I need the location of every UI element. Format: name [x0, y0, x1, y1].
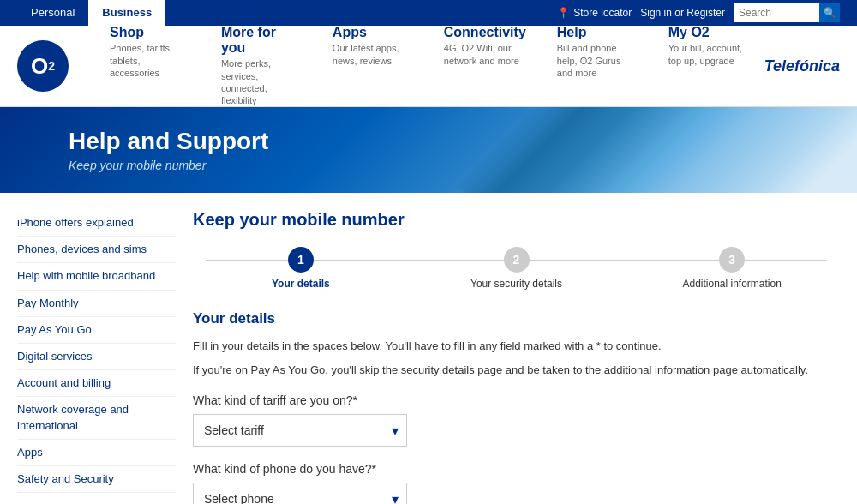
nav-item-apps[interactable]: Apps Our latest apps, news, reviews [317, 18, 428, 113]
step-1-circle: 1 [288, 247, 314, 273]
content-area: iPhone offers explained Phones, devices … [0, 193, 857, 504]
hero-banner: Help and Support Keep your mobile number [0, 107, 857, 193]
sidebar-item-iphone[interactable]: iPhone offers explained [17, 210, 176, 237]
nav-items: Shop Phones, tariffs, tablets, accessori… [94, 18, 764, 113]
nav-item-my-o2[interactable]: My O2 Your bill, account, top up, upgrad… [653, 18, 764, 113]
phone-question: What kind of phone do you have?* [193, 462, 840, 476]
sidebar-item-digital[interactable]: Digital services [17, 344, 176, 370]
sidebar-item-safety[interactable]: Safety and Security [17, 466, 176, 493]
sidebar-item-account-billing[interactable]: Account and billing [17, 370, 176, 397]
sign-in-area: Sign in or Register [640, 7, 725, 19]
tab-personal[interactable]: Personal [17, 0, 88, 26]
step-2-circle: 2 [504, 247, 530, 273]
steps-progress: 1 Your details 2 Your security details 3… [193, 247, 840, 290]
logo[interactable]: O2 [17, 40, 69, 92]
step-2: 2 Your security details [409, 247, 625, 290]
hero-text: Help and Support Keep your mobile number [69, 128, 268, 172]
phone-select[interactable]: Select phone iPhone Android Other [193, 483, 407, 504]
section-title: Your details [193, 310, 840, 327]
step-1-label: Your details [272, 278, 330, 290]
tariff-select[interactable]: Select tariff Pay Monthly Pay As You Go [193, 414, 407, 447]
logo-image: O2 [17, 40, 69, 92]
search-icon: 🔍 [824, 7, 836, 19]
sign-in-link[interactable]: Sign in [640, 7, 672, 19]
store-locator-icon: 📍 [557, 7, 570, 19]
sidebar-item-broadband[interactable]: Help with mobile broadband [17, 263, 176, 290]
step-3-label: Additional information [682, 278, 781, 290]
search-button[interactable]: 🔍 [819, 3, 840, 22]
hero-image [428, 107, 857, 193]
step-2-label: Your security details [470, 278, 562, 290]
step-3-circle: 3 [719, 247, 745, 273]
step-1: 1 Your details [193, 247, 409, 290]
nav-item-help[interactable]: Help Bill and phone help, O2 Gurus and m… [542, 18, 653, 113]
hero-subtitle: Keep your mobile number [69, 159, 268, 172]
page-title: Keep your mobile number [193, 210, 840, 230]
nav-item-more-for-you[interactable]: More for you More perks, services, conne… [206, 18, 317, 113]
tariff-question: What kind of tariff are you on?* [193, 393, 840, 407]
step-3: 3 Additional information [624, 247, 840, 290]
register-link[interactable]: Register [686, 7, 725, 19]
phone-select-wrapper: Select phone iPhone Android Other ▾ [193, 483, 407, 504]
sidebar-item-network[interactable]: Network coverage and international [17, 397, 176, 439]
tariff-select-wrapper: Select tariff Pay Monthly Pay As You Go … [193, 414, 407, 447]
store-locator-link[interactable]: 📍 Store locator [557, 7, 632, 19]
nav-item-shop[interactable]: Shop Phones, tariffs, tablets, accessori… [94, 18, 206, 113]
sidebar-item-phones[interactable]: Phones, devices and sims [17, 237, 176, 263]
sidebar-item-pay-monthly[interactable]: Pay Monthly [17, 291, 176, 317]
info-text-2: If you're on Pay As You Go, you'll skip … [193, 362, 840, 379]
nav-item-connectivity[interactable]: Connectivity 4G, O2 Wifi, our network an… [428, 18, 542, 113]
main-nav: O2 Shop Phones, tariffs, tablets, access… [0, 26, 857, 107]
sidebar-item-payg[interactable]: Pay As You Go [17, 317, 176, 344]
sidebar: iPhone offers explained Phones, devices … [17, 210, 176, 504]
hero-title: Help and Support [69, 128, 268, 155]
main-content: Keep your mobile number 1 Your details 2… [193, 210, 840, 504]
info-text-1: Fill in your details in the spaces below… [193, 338, 840, 355]
brand-logo: Telefónica [764, 57, 840, 75]
sidebar-item-apps[interactable]: Apps [17, 440, 176, 466]
